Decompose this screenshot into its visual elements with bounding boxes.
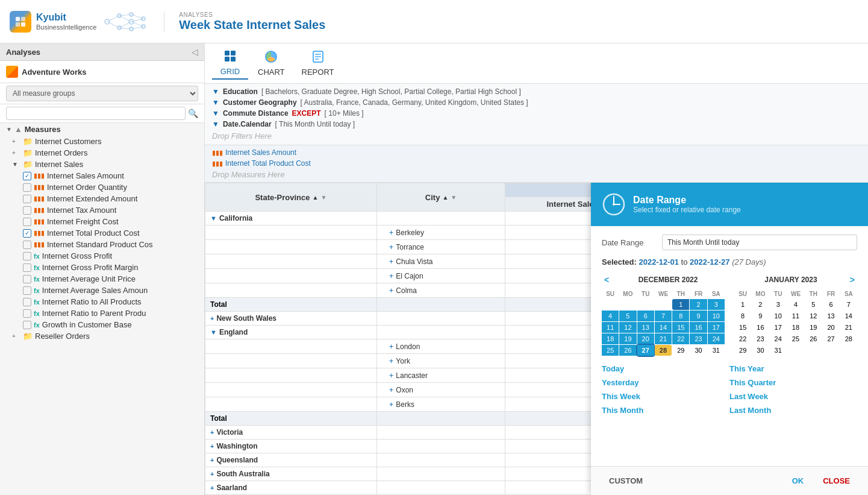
checkbox-std-cost[interactable] <box>23 241 31 249</box>
report-tab[interactable]: REPORT <box>295 48 342 79</box>
cal-day-4[interactable]: 4 <box>602 311 619 321</box>
expand-btn[interactable]: + <box>210 484 214 491</box>
cal-day-28[interactable]: 28 <box>840 333 857 344</box>
filter-icon-city[interactable]: ▼ <box>451 194 457 201</box>
expand-btn[interactable]: + <box>210 470 214 478</box>
ok-button[interactable]: OK <box>785 473 811 489</box>
quick-this-month[interactable]: This Month <box>602 406 729 415</box>
tree-item-reseller-orders[interactable]: + 📁 Reseller Orders <box>0 330 204 342</box>
cal-day-13[interactable]: 13 <box>822 311 839 321</box>
checkbox-avg-unit[interactable] <box>23 275 31 283</box>
tree-item-growth-customer[interactable]: fx Growth in Customer Base <box>0 319 204 330</box>
cal-day-9[interactable]: 9 <box>752 311 769 321</box>
quick-last-week[interactable]: Last Week <box>729 392 857 401</box>
custom-button[interactable]: CUSTOM <box>602 473 650 489</box>
checkbox-gross-margin[interactable] <box>23 263 31 272</box>
cal-day-7[interactable]: 7 <box>655 311 672 321</box>
cal-day-7[interactable]: 7 <box>840 299 857 310</box>
tree-item-total-product-cost[interactable]: ✓ ▮▮▮ Internet Total Product Cost <box>0 227 204 239</box>
cal-day-8[interactable]: 8 <box>672 311 689 321</box>
cal-day-31[interactable]: 31 <box>708 345 725 356</box>
cal-day-18[interactable]: 18 <box>787 322 804 333</box>
cal-day-5[interactable]: 5 <box>619 311 636 321</box>
cal-day-1[interactable]: 1 <box>734 299 751 310</box>
checkbox-gross-profit[interactable] <box>23 252 31 260</box>
checkbox-avg-sales[interactable] <box>23 286 31 295</box>
quick-yesterday[interactable]: Yesterday <box>602 378 729 387</box>
cal-day-29[interactable]: 29 <box>672 345 689 356</box>
cal-day-23[interactable]: 23 <box>690 333 707 344</box>
cal-day-16[interactable]: 16 <box>690 322 707 333</box>
expand-england[interactable]: ▼ <box>210 329 217 336</box>
tree-item-sales-amount[interactable]: ✓ ▮▮▮ Internet Sales Amount <box>0 170 204 181</box>
cal-day-12[interactable]: 12 <box>805 311 822 321</box>
col-state[interactable]: State-Province ▲ ▼ <box>205 183 377 212</box>
tree-item-ratio-all[interactable]: fx Internet Ratio to All Products <box>0 296 204 307</box>
cal-day-5[interactable]: 5 <box>805 299 822 310</box>
tree-item-internet-orders[interactable]: + 📁 Internet Orders <box>0 147 204 159</box>
cal-day-14[interactable]: 14 <box>655 322 672 333</box>
cal-day-6[interactable]: 6 <box>637 311 654 321</box>
expand-btn[interactable]: + <box>210 456 214 464</box>
quick-this-year[interactable]: This Year <box>729 364 857 373</box>
cal-day-24[interactable]: 24 <box>770 333 787 344</box>
cal-day-9[interactable]: 9 <box>690 311 707 321</box>
tree-item-order-qty[interactable]: ▮▮▮ Internet Order Quantity <box>0 181 204 193</box>
checkbox-growth[interactable] <box>23 321 31 329</box>
cal-day-29[interactable]: 29 <box>734 345 751 356</box>
cal-day-11[interactable]: 11 <box>787 311 804 321</box>
checkbox-tax[interactable] <box>23 206 31 215</box>
cal-day-19[interactable]: 19 <box>805 322 822 333</box>
tree-item-freight[interactable]: ▮▮▮ Internet Freight Cost <box>0 216 204 227</box>
cal-day-16[interactable]: 16 <box>752 322 769 333</box>
quick-this-week[interactable]: This Week <box>602 392 729 401</box>
search-input[interactable] <box>6 107 186 120</box>
cal-day-22[interactable]: 22 <box>672 333 689 344</box>
cal-day-27[interactable]: 27 <box>822 333 839 344</box>
cal-day-26[interactable]: 26 <box>805 333 822 344</box>
cal-day-23[interactable]: 23 <box>752 333 769 344</box>
expand-california[interactable]: ▼ <box>210 215 217 222</box>
tree-item-avg-unit-price[interactable]: fx Internet Average Unit Price <box>0 273 204 285</box>
cal-day-19[interactable]: 19 <box>619 333 636 344</box>
tree-item-internet-sales[interactable]: ▼ 📁 Internet Sales <box>0 159 204 170</box>
cal-day-3[interactable]: 3 <box>708 299 725 310</box>
expand-btn[interactable]: + <box>210 429 214 436</box>
cal-day-18[interactable]: 18 <box>602 333 619 344</box>
cal-day-13[interactable]: 13 <box>637 322 654 333</box>
cal-day-28[interactable]: 28 <box>655 345 672 356</box>
cal-day-14[interactable]: 14 <box>840 311 857 321</box>
tree-section-measures[interactable]: ▼ ▲ Measures <box>0 123 204 136</box>
cal-day-30[interactable]: 30 <box>752 345 769 356</box>
date-range-input[interactable] <box>662 235 857 250</box>
checkbox-freight[interactable] <box>23 218 31 226</box>
checkbox-sales-amount[interactable]: ✓ <box>23 172 31 180</box>
close-button[interactable]: CLOSE <box>816 473 857 489</box>
quick-this-quarter[interactable]: This Quarter <box>729 378 857 387</box>
expand-nsw[interactable]: + <box>210 315 214 322</box>
cal-day-26[interactable]: 26 <box>619 345 636 356</box>
cal-day-21[interactable]: 21 <box>655 333 672 344</box>
tree-item-gross-profit[interactable]: fx Internet Gross Profit <box>0 250 204 262</box>
next-month-btn[interactable]: > <box>848 275 857 285</box>
cal-day-17[interactable]: 17 <box>770 322 787 333</box>
cal-day-25[interactable]: 25 <box>787 333 804 344</box>
cal-day-27[interactable]: 27 <box>637 345 654 356</box>
measure-group-dropdown[interactable]: All measure groups <box>6 86 198 101</box>
quick-today[interactable]: Today <box>602 364 729 373</box>
cal-day-22[interactable]: 22 <box>734 333 751 344</box>
cal-day-4[interactable]: 4 <box>787 299 804 310</box>
tree-item-internet-customers[interactable]: + 📁 Internet Customers <box>0 136 204 147</box>
checkbox-ratio-all[interactable] <box>23 298 31 306</box>
cal-day-20[interactable]: 20 <box>637 333 654 344</box>
checkbox-total-cost[interactable]: ✓ <box>23 229 31 238</box>
cal-day-25[interactable]: 25 <box>602 345 619 356</box>
checkbox-ratio-parent[interactable] <box>23 309 31 318</box>
prev-month-btn[interactable]: < <box>602 275 611 285</box>
checkbox-order-qty[interactable] <box>23 183 31 192</box>
cal-day-20[interactable]: 20 <box>822 322 839 333</box>
cal-day-1[interactable]: 1 <box>672 299 689 310</box>
cal-day-24[interactable]: 24 <box>708 333 725 344</box>
cal-day-8[interactable]: 8 <box>734 311 751 321</box>
chart-tab[interactable]: CHART <box>251 48 292 79</box>
